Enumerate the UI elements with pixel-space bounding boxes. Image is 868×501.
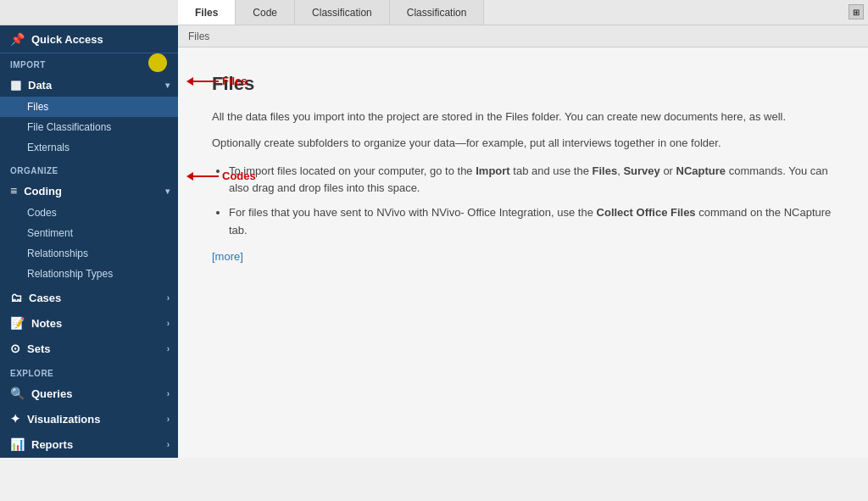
content-paragraph-1: All the data files you import into the p… [212, 109, 834, 126]
group-cases-title[interactable]: 🗂 Cases › [0, 286, 178, 309]
group-visualizations: ✦ Visualizations › [0, 407, 178, 431]
coding-chevron-icon: ▾ [165, 186, 170, 196]
group-coding-label: Coding [24, 185, 62, 198]
sidebar-item-externals[interactable]: Externals [0, 137, 178, 158]
sets-icon: ⊙ [10, 342, 20, 355]
group-data-title[interactable]: ▦ Data ▾ [0, 73, 178, 97]
top-bar: Files Code Classification Classification… [0, 0, 868, 25]
sidebar-item-codes[interactable]: Codes [0, 203, 178, 223]
group-cases-label: Cases [29, 292, 61, 304]
cases-icon: 🗂 [10, 291, 22, 304]
list-item-import: To import files located on your computer… [229, 163, 834, 198]
group-coding: ≡ Coding ▾ Codes Sentiment Relationships… [0, 179, 178, 284]
tab-classification-1[interactable]: Classification [295, 0, 390, 25]
content-title: Files [212, 73, 834, 95]
group-sets-label: Sets [27, 342, 50, 355]
tab-files[interactable]: Files [178, 0, 236, 25]
group-notes: 📝 Notes › [0, 311, 178, 335]
section-organize: ORGANIZE [0, 159, 178, 179]
sidebar-item-sentiment[interactable]: Sentiment [0, 223, 178, 243]
coding-icon: ≡ [10, 184, 17, 198]
list-item-office: For files that you have sent to NVivo wi… [229, 204, 834, 240]
visualizations-icon: ✦ [10, 412, 20, 426]
data-chevron-icon: ▾ [165, 81, 170, 90]
main-layout: 📌 Quick Access IMPORT ▦ Data ▾ Files Fil… [0, 25, 868, 458]
group-visualizations-label: Visualizations [27, 413, 100, 426]
content-list: To import files located on your computer… [229, 163, 834, 240]
group-queries-title[interactable]: 🔍 Queries › [0, 381, 178, 405]
reports-chevron-icon: › [167, 440, 170, 449]
data-icon: ▦ [10, 78, 21, 92]
group-reports: 📊 Reports › [0, 432, 178, 456]
group-sets: ⊙ Sets › [0, 337, 178, 360]
sidebar: 📌 Quick Access IMPORT ▦ Data ▾ Files Fil… [0, 25, 178, 458]
sidebar-item-files[interactable]: Files [0, 97, 178, 117]
notes-icon: 📝 [10, 316, 25, 330]
expand-button[interactable]: ⊞ [849, 4, 864, 19]
sidebar-item-relationship-types[interactable]: Relationship Types [0, 264, 178, 284]
notes-chevron-icon: › [167, 319, 170, 328]
tab-bar: Files Code Classification Classification [178, 0, 484, 25]
content-sub-header: Files [178, 25, 868, 47]
sidebar-item-file-classifications[interactable]: File Classifications [0, 117, 178, 137]
section-import: IMPORT [0, 53, 178, 73]
group-queries: 🔍 Queries › [0, 381, 178, 405]
sidebar-item-relationships[interactable]: Relationships [0, 243, 178, 264]
breadcrumb-files: Files [188, 31, 209, 42]
sets-chevron-icon: › [167, 344, 170, 353]
cases-chevron-icon: › [167, 293, 170, 303]
queries-icon: 🔍 [10, 387, 25, 400]
tab-classification-2[interactable]: Classification [390, 0, 485, 25]
group-sets-title[interactable]: ⊙ Sets › [0, 337, 178, 360]
quick-access-header: 📌 Quick Access [0, 25, 178, 53]
group-data-label: Data [28, 79, 52, 92]
group-notes-title[interactable]: 📝 Notes › [0, 311, 178, 335]
group-queries-label: Queries [31, 387, 72, 400]
group-coding-title[interactable]: ≡ Coding ▾ [0, 179, 178, 203]
queries-chevron-icon: › [167, 389, 170, 398]
visualizations-chevron-icon: › [167, 415, 170, 424]
reports-icon: 📊 [10, 437, 25, 451]
content-area: Files All the data files you import into… [178, 47, 868, 458]
pin-icon: 📌 [10, 32, 25, 46]
group-data: ▦ Data ▾ Files File Classifications Exte… [0, 73, 178, 158]
group-visualizations-title[interactable]: ✦ Visualizations › [0, 407, 178, 431]
group-cases: 🗂 Cases › [0, 286, 178, 309]
group-reports-title[interactable]: 📊 Reports › [0, 432, 178, 456]
group-reports-label: Reports [31, 438, 73, 451]
quick-access-label: Quick Access [31, 33, 103, 46]
section-explore: EXPLORE [0, 362, 178, 381]
group-notes-label: Notes [31, 317, 62, 330]
more-link[interactable]: [more] [212, 250, 243, 263]
content-paragraph-2: Optionally create subfolders to organize… [212, 135, 834, 153]
tab-code[interactable]: Code [236, 0, 295, 25]
